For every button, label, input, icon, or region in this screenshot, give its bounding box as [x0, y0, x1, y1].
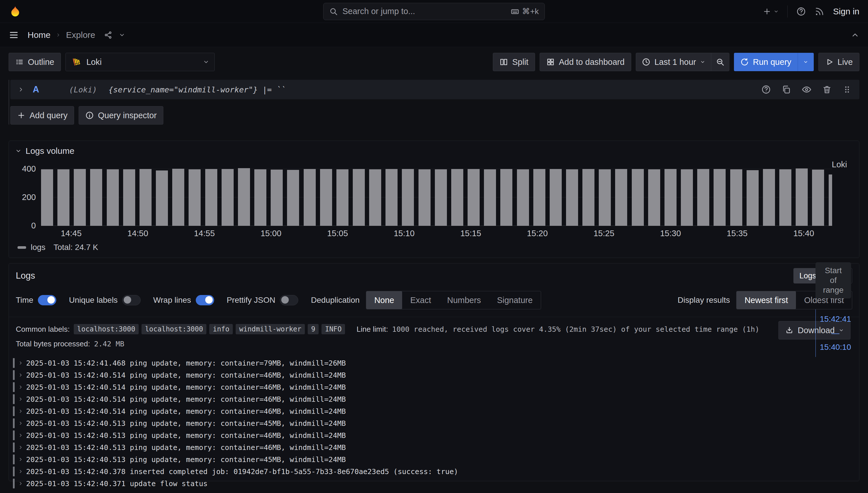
label-badge: localhost:3000 — [142, 324, 206, 334]
start-of-range-button[interactable]: Start of range — [816, 262, 851, 298]
range-bar — [816, 309, 816, 357]
search-shortcut: ⌘+k — [511, 6, 539, 16]
toggle-switch[interactable] — [38, 295, 56, 305]
share-icon[interactable] — [104, 31, 112, 39]
switch-knob — [281, 296, 289, 304]
outline-button[interactable]: Outline — [8, 53, 61, 71]
time-range-button[interactable]: Last 1 hour — [636, 53, 711, 71]
log-line-text: 2025-01-03 15:42:40.371 update flow stat… — [26, 479, 208, 488]
breadcrumb-row: Home Explore — [0, 23, 868, 47]
menu-icon[interactable] — [8, 30, 19, 40]
run-query-label: Run query — [753, 57, 791, 67]
delete-query-trash-icon[interactable] — [822, 85, 832, 94]
total-bytes-label: Total bytes processed: — [16, 340, 90, 348]
sync-icon — [740, 58, 749, 66]
toggle-visibility-eye-icon[interactable] — [801, 84, 812, 95]
expand-log-chevron-icon — [18, 481, 23, 486]
toggle-label: Time — [16, 296, 33, 305]
log-row[interactable]: 2025-01-03 15:42:41.468 ping update, mem… — [13, 357, 852, 369]
logs-volume-panel: Logs volume Loki 0200400 14:4514:5014:55… — [8, 141, 860, 258]
logs-volume-bars — [41, 167, 832, 226]
split-button[interactable]: Split — [493, 53, 535, 71]
collapse-chrome-button[interactable] — [851, 31, 860, 39]
log-row[interactable]: 2025-01-03 15:42:40.371 update flow stat… — [13, 477, 852, 490]
legend-swatch — [18, 246, 26, 249]
x-tick-label: 14:50 — [105, 229, 171, 238]
log-row[interactable]: 2025-01-03 15:42:40.514 ping update, mem… — [13, 405, 852, 417]
log-row[interactable]: 2025-01-03 15:42:40.513 ping update, mem… — [13, 453, 852, 466]
new-button[interactable] — [763, 7, 779, 16]
range-to: 15:40:10 — [820, 343, 851, 352]
explore-toolbar: Outline Loki Split Add to dashboard Last… — [0, 47, 868, 75]
query-row[interactable]: A (Loki) {service_name="windmill-worker"… — [10, 80, 860, 99]
live-button[interactable]: Live — [818, 53, 860, 71]
outline-label: Outline — [28, 57, 54, 67]
range-overlay: Start of range 15:42:41 — 15:40:10 — [816, 262, 851, 357]
log-line-text: 2025-01-03 15:42:40.514 ping update, mem… — [26, 383, 346, 391]
log-row[interactable]: 2025-01-03 15:42:40.513 ping update, mem… — [13, 441, 852, 453]
toggle-label: Prettify JSON — [227, 296, 276, 305]
chart-legend: logs Total: 24.7 K — [18, 243, 859, 252]
log-rows: 2025-01-03 15:42:41.468 ping update, mem… — [13, 357, 852, 490]
log-level-bar — [13, 443, 15, 452]
legend-series-name[interactable]: logs — [31, 243, 45, 252]
y-axis: 0200400 — [16, 167, 41, 226]
x-axis: 14:4514:5014:5515:0015:0515:1015:1515:20… — [38, 229, 859, 238]
expand-query-icon[interactable] — [18, 86, 24, 93]
sign-in-button[interactable]: Sign in — [833, 6, 860, 16]
dedup-option[interactable]: Signature — [489, 291, 541, 309]
log-row[interactable]: 2025-01-03 15:42:40.514 ping update, mem… — [13, 381, 852, 393]
split-columns-icon — [500, 58, 508, 66]
datasource-picker[interactable]: Loki — [65, 53, 215, 71]
run-query-caret-button[interactable] — [798, 53, 814, 71]
help-icon[interactable] — [796, 6, 806, 16]
query-inspector-label: Query inspector — [98, 111, 157, 120]
toggle-switch[interactable] — [196, 295, 214, 305]
expand-log-chevron-icon — [18, 372, 23, 378]
logs-toggle: Prettify JSON — [227, 295, 298, 305]
add-to-dashboard-button[interactable]: Add to dashboard — [539, 53, 631, 71]
copy-query-icon[interactable] — [781, 85, 791, 94]
breadcrumb-home[interactable]: Home — [27, 30, 50, 40]
breadcrumb-current[interactable]: Explore — [66, 30, 95, 40]
dedup-option[interactable]: Exact — [402, 291, 439, 309]
log-line-text: 2025-01-03 15:42:40.514 ping update, mem… — [26, 407, 346, 415]
switch-knob — [124, 296, 131, 304]
breadcrumb: Home Explore — [27, 30, 95, 40]
collapse-section-icon[interactable] — [15, 148, 22, 154]
grafana-flame-icon — [9, 5, 22, 18]
drag-grip-icon[interactable] — [842, 85, 852, 94]
query-inspector-button[interactable]: Query inspector — [79, 106, 163, 125]
rss-news-icon[interactable] — [814, 6, 824, 16]
log-row[interactable]: 2025-01-03 15:42:40.378 inserted complet… — [13, 466, 852, 477]
dedup-option[interactable]: None — [366, 291, 402, 309]
grafana-logo[interactable] — [8, 5, 22, 18]
expand-log-chevron-icon — [18, 385, 23, 390]
time-range-label: Last 1 hour — [654, 57, 696, 67]
log-row[interactable]: 2025-01-03 15:42:40.513 ping update, mem… — [13, 429, 852, 441]
display-option[interactable]: Newest first — [737, 291, 796, 309]
x-tick-label: 15:15 — [438, 229, 504, 238]
outline-list-icon — [15, 58, 24, 66]
search-input[interactable]: Search or jump to... ⌘+k — [323, 3, 545, 20]
log-level-bar — [13, 419, 15, 428]
toggle-switch[interactable] — [122, 295, 141, 305]
toggle-switch[interactable] — [280, 295, 298, 305]
logs-controls: Time Unique labels Wrap lines Prettify J… — [9, 286, 859, 317]
log-row[interactable]: 2025-01-03 15:42:40.514 ping update, mem… — [13, 369, 852, 381]
add-query-button[interactable]: Add query — [10, 106, 74, 125]
run-query-button[interactable]: Run query — [734, 53, 798, 71]
display-results-label: Display results — [678, 296, 730, 305]
query-editor: A (Loki) {service_name="windmill-worker"… — [8, 80, 860, 125]
query-help-icon[interactable] — [761, 85, 771, 94]
logs-volume-plot[interactable] — [41, 167, 832, 226]
toggle-label: Unique labels — [69, 296, 118, 305]
loaded-range-indicator[interactable]: 15:42:41 — 15:40:10 — [816, 309, 851, 357]
logs-volume-chart: Loki 0200400 — [9, 156, 859, 226]
log-row[interactable]: 2025-01-03 15:42:40.514 ping update, mem… — [13, 393, 852, 405]
dedup-option[interactable]: Numbers — [439, 291, 489, 309]
log-row[interactable]: 2025-01-03 15:42:40.513 ping update, mem… — [13, 417, 852, 429]
expand-log-chevron-icon — [18, 421, 23, 426]
zoom-out-button[interactable] — [711, 53, 729, 71]
chevron-down-icon[interactable] — [119, 32, 125, 38]
